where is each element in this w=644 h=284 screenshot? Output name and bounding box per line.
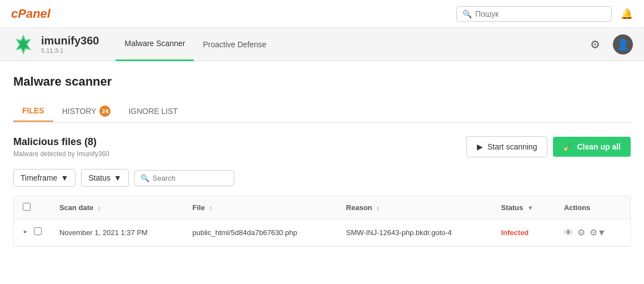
page-title: Malware scanner <box>13 74 631 89</box>
navbar-left: imunify360 5.11.3-1 Malware Scanner Proa… <box>11 28 275 61</box>
section-title: Malicious files (8) <box>13 136 109 148</box>
col-scan-date[interactable]: Scan date ↕ <box>51 196 184 220</box>
bell-icon[interactable]: 🔔 <box>621 8 633 20</box>
broom-icon: 🧹 <box>563 142 572 151</box>
navbar: imunify360 5.11.3-1 Malware Scanner Proa… <box>0 28 644 61</box>
play-icon: ▶ <box>477 142 483 151</box>
tab-history[interactable]: HISTORY 24 <box>53 100 120 122</box>
search-icon: 🔍 <box>462 9 472 18</box>
tab-files[interactable]: FILES <box>13 101 53 122</box>
col-actions: Actions <box>555 196 630 220</box>
brand: imunify360 5.11.3-1 <box>11 32 99 57</box>
brand-name: imunify360 <box>41 34 99 47</box>
timeframe-dropdown[interactable]: Timeframe ▼ <box>13 169 76 187</box>
sort-icon: ↕ <box>209 205 213 211</box>
table-header-row: Scan date ↕ File ↕ Reason ↕ Status ▼ <box>14 196 630 220</box>
row-reason: SMW-INJ-12643-php.bkdr.goto-4 <box>337 220 492 246</box>
filter-search-input[interactable] <box>153 174 228 182</box>
row-status: Infected <box>492 220 555 246</box>
actions-cell: 👁 ⚙ ⚙▼ <box>564 227 621 238</box>
malware-table: Scan date ↕ File ↕ Reason ↕ Status ▼ <box>13 196 631 247</box>
row-scan-date: November 1, 2021 1:37 PM <box>51 220 184 246</box>
navbar-right: ⚙ 👤 <box>585 34 633 54</box>
topbar-search[interactable]: 🔍 <box>456 6 612 22</box>
topbar-right: 🔍 🔔 <box>456 6 633 22</box>
restore-icon[interactable]: ⚙ <box>577 227 585 238</box>
user-icon[interactable]: 👤 <box>613 34 633 54</box>
table-row: ► November 1, 2021 1:37 PM public_html/5… <box>14 220 630 246</box>
brand-logo <box>11 32 36 57</box>
section-title-block: Malicious files (8) Malware detected by … <box>13 136 109 158</box>
sort-icon: ▼ <box>527 205 534 211</box>
section-header: Malicious files (8) Malware detected by … <box>13 136 631 158</box>
row-expand-check: ► <box>14 220 51 243</box>
nav-links: Malware Scanner Proactive Defense <box>115 28 275 61</box>
brand-version: 5.11.3-1 <box>41 47 99 54</box>
topbar: cPanel 🔍 🔔 <box>0 0 644 28</box>
status-dropdown[interactable]: Status ▼ <box>81 169 129 187</box>
row-checkbox[interactable] <box>34 227 42 235</box>
chevron-down-icon: ▼ <box>61 173 68 182</box>
filters-bar: Timeframe ▼ Status ▼ 🔍 <box>13 169 631 187</box>
search-icon: 🔍 <box>140 174 149 182</box>
tabs: FILES HISTORY 24 IGNORE LIST <box>13 100 631 123</box>
tab-ignore-list[interactable]: IGNORE LIST <box>119 101 187 121</box>
col-file[interactable]: File ↕ <box>183 196 337 220</box>
nav-proactive-defense[interactable]: Proactive Defense <box>194 28 275 61</box>
col-checkbox <box>14 196 51 220</box>
col-reason[interactable]: Reason ↕ <box>337 196 492 220</box>
sort-icon: ↕ <box>98 205 101 211</box>
start-scanning-button[interactable]: ▶ Start scanning <box>466 136 548 157</box>
row-actions: 👁 ⚙ ⚙▼ <box>555 220 630 246</box>
history-badge: 24 <box>99 106 110 117</box>
clean-up-all-button[interactable]: 🧹 Clean up all <box>553 137 631 157</box>
row-expand-icon[interactable]: ► <box>23 228 28 235</box>
nav-malware-scanner[interactable]: Malware Scanner <box>115 28 194 61</box>
row-file: public_html/5d84da7b67630.php <box>183 220 337 246</box>
col-status[interactable]: Status ▼ <box>492 196 555 220</box>
main-content: Malware scanner FILES HISTORY 24 IGNORE … <box>0 61 644 247</box>
chevron-down-icon: ▼ <box>114 173 122 182</box>
sort-icon: ↕ <box>376 205 380 211</box>
search-input[interactable] <box>475 9 606 18</box>
filter-search[interactable]: 🔍 <box>134 170 234 186</box>
select-all-checkbox[interactable] <box>23 203 31 211</box>
view-icon[interactable]: 👁 <box>564 228 573 238</box>
cpanel-logo: cPanel <box>11 7 51 21</box>
section-subtitle: Malware detected by Imunify360 <box>13 150 109 158</box>
brand-text: imunify360 5.11.3-1 <box>41 34 99 54</box>
gear-icon[interactable]: ⚙ <box>585 34 605 54</box>
more-actions-icon[interactable]: ⚙▼ <box>590 227 606 238</box>
section-actions: ▶ Start scanning 🧹 Clean up all <box>466 136 631 157</box>
